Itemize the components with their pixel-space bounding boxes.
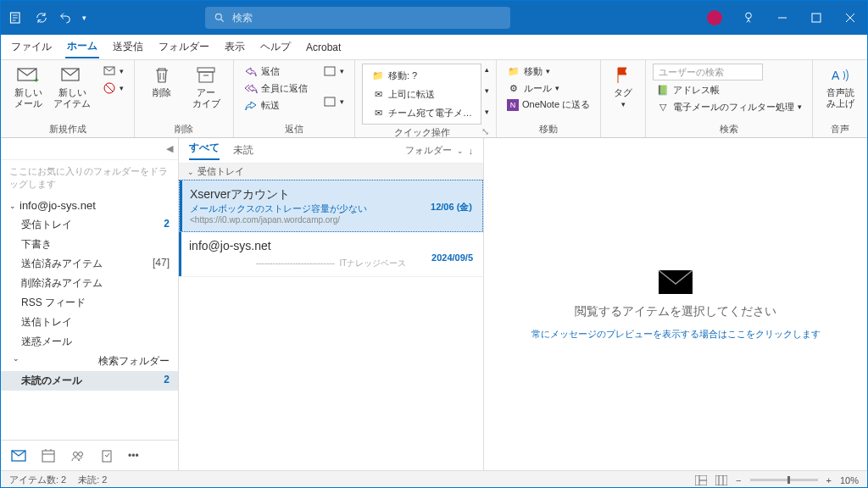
team-icon: ✉	[371, 106, 385, 119]
move-icon: 📁	[371, 69, 385, 82]
zoom-out[interactable]: −	[736, 475, 741, 485]
folder-unread[interactable]: 未読のメール2	[1, 371, 178, 391]
user-search-input[interactable]: ユーザーの検索	[653, 64, 763, 80]
qs-move[interactable]: 📁移動: ?	[368, 68, 476, 83]
account-node[interactable]: ⌄info@jo-sys.net	[1, 196, 178, 215]
boss-icon: ✉	[371, 87, 385, 101]
meeting-button[interactable]: ▾	[320, 64, 348, 79]
tab-all[interactable]: すべて	[189, 141, 220, 160]
read-aloud-button[interactable]: A 音声読 み上げ	[820, 64, 860, 109]
archive-button[interactable]: アー カイブ	[186, 64, 226, 109]
menu-file[interactable]: ファイル	[9, 36, 53, 58]
address-book-button[interactable]: 📗アドレス帳	[653, 82, 805, 97]
onenote-icon: N	[507, 99, 519, 111]
svg-rect-11	[325, 67, 335, 75]
message-list: すべて 未読 フォルダー⌄ ↓ ⌄受信トレイ Xserverアカウント メールボ…	[179, 138, 484, 470]
tab-unread[interactable]: 未読	[233, 143, 253, 158]
folder-search-folders[interactable]: ⌄ 検索フォルダー	[1, 352, 178, 371]
ignore-button[interactable]: ▾	[99, 64, 127, 79]
forward-button[interactable]: 転送	[241, 97, 311, 113]
more-views-icon[interactable]: •••	[128, 450, 139, 462]
folder-outbox[interactable]: 送信トレイ	[1, 313, 178, 332]
message-item[interactable]: Xserverアカウント メールボックスのストレージ容量が少ない <https:…	[179, 180, 483, 232]
zoom-in[interactable]: +	[826, 475, 832, 485]
search-box[interactable]: 検索	[205, 7, 510, 29]
minimize-button[interactable]	[765, 1, 799, 35]
new-mail-button[interactable]: + 新しい メール	[8, 64, 48, 109]
qat-dropdown-icon[interactable]: ▾	[82, 14, 86, 22]
tasks-view-icon[interactable]	[101, 449, 113, 463]
status-item-count: アイテム数: 2	[9, 474, 66, 486]
list-section-header[interactable]: ⌄受信トレイ	[179, 164, 483, 180]
folder-rss[interactable]: RSS フィード	[1, 293, 178, 313]
message-from: info@jo-sys.net	[189, 239, 473, 252]
envelope-icon	[657, 269, 694, 296]
folder-sent[interactable]: 送信済みアイテム[47]	[1, 254, 178, 274]
calendar-view-icon[interactable]	[42, 449, 55, 463]
svg-rect-12	[325, 97, 335, 106]
reading-preview-link[interactable]: 常にメッセージのプレビューを表示する場合はここをクリックします	[531, 328, 821, 341]
view-normal-icon[interactable]	[695, 475, 707, 485]
folder-junk[interactable]: 迷惑メール	[1, 332, 178, 352]
more-icon	[323, 95, 337, 108]
ribbon: + 新しい メール 新しい アイテム ▾ ▾ 新規作成 削除 アー カイブ	[1, 60, 867, 138]
rules-button[interactable]: ⚙ルール ▾	[504, 80, 593, 96]
search-icon	[214, 12, 225, 24]
menu-view[interactable]: 表示	[223, 36, 247, 58]
folder-drafts[interactable]: 下書き	[1, 235, 178, 254]
junk-button[interactable]: ▾	[99, 80, 127, 96]
status-unread-count: 未読: 2	[78, 474, 107, 486]
close-button[interactable]	[833, 1, 867, 35]
folder-dropdown[interactable]: フォルダー	[405, 144, 452, 157]
svg-point-1	[215, 14, 221, 19]
favorites-hint: ここにお気に入りのフォルダーをドラッグします	[1, 160, 178, 196]
qs-expand-icon[interactable]: ▾	[485, 108, 489, 116]
zoom-slider[interactable]	[750, 479, 818, 481]
nav-collapse-icon[interactable]: ◀	[166, 143, 173, 154]
menu-folder[interactable]: フォルダー	[157, 36, 211, 58]
junk-icon	[103, 81, 116, 95]
filter-email-button[interactable]: ▽電子メールのフィルター処理 ▾	[653, 99, 805, 114]
group-move-label: 移動	[504, 121, 593, 137]
more-reply-button[interactable]: ▾	[320, 94, 348, 109]
sync-icon[interactable]	[35, 11, 48, 25]
group-voice-label: 音声	[820, 121, 860, 137]
account-avatar[interactable]	[698, 1, 732, 35]
filter-icon: ▽	[656, 100, 670, 114]
group-reply-label: 返信	[241, 121, 348, 137]
mail-view-icon[interactable]	[11, 450, 26, 462]
onenote-button[interactable]: NOneNote に送る	[504, 97, 593, 112]
delete-button[interactable]: 削除	[142, 64, 182, 98]
qs-boss[interactable]: ✉上司に転送	[368, 86, 476, 102]
menu-acrobat[interactable]: Acrobat	[304, 38, 342, 57]
help-icon[interactable]	[732, 1, 765, 35]
menu-help[interactable]: ヘルプ	[259, 36, 292, 58]
address-book-icon: 📗	[656, 83, 670, 97]
reply-all-button[interactable]: 全員に返信	[241, 80, 311, 96]
folder-deleted[interactable]: 削除済みアイテム	[1, 274, 178, 293]
folder-inbox[interactable]: 受信トレイ2	[1, 215, 178, 235]
qs-up-icon[interactable]: ▴	[485, 65, 489, 74]
message-item[interactable]: info@jo-sys.net 2024/09/5 --------------…	[179, 232, 483, 277]
reply-button[interactable]: 返信	[241, 64, 311, 79]
menu-home[interactable]: ホーム	[65, 36, 99, 58]
group-search-label: 検索	[653, 121, 805, 137]
tag-button[interactable]: タグ ▾	[608, 64, 638, 109]
flag-icon	[612, 65, 634, 86]
new-item-button[interactable]: 新しい アイテム	[52, 64, 92, 109]
reply-icon	[244, 64, 258, 78]
undo-icon[interactable]	[58, 11, 72, 25]
qs-team[interactable]: ✉チーム宛て電子メ…	[368, 105, 476, 120]
maximize-button[interactable]	[799, 1, 833, 35]
people-view-icon[interactable]	[70, 450, 86, 462]
trash-icon	[151, 65, 173, 86]
sort-button[interactable]: ↓	[469, 146, 474, 156]
move-button[interactable]: 📁移動 ▾	[504, 64, 593, 79]
qs-down-icon[interactable]: ▾	[485, 86, 489, 95]
quick-steps-box[interactable]: 📁移動: ? ✉上司に転送 ✉チーム宛て電子メ…	[362, 64, 481, 125]
view-reading-icon[interactable]	[715, 475, 727, 485]
archive-icon	[195, 65, 217, 86]
group-delete-label: 削除	[142, 121, 226, 137]
menu-sendreceive[interactable]: 送受信	[111, 36, 145, 58]
message-from: Xserverアカウント	[190, 187, 472, 202]
